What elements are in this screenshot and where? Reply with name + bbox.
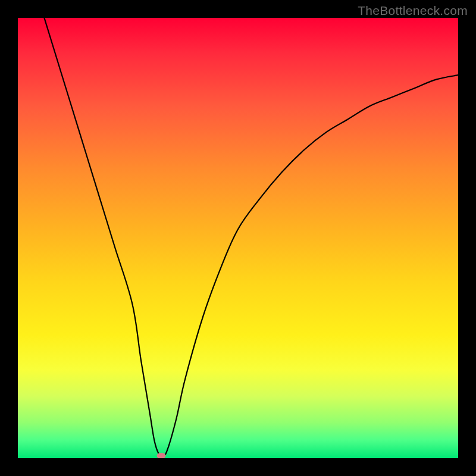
minimum-marker (156, 453, 165, 458)
plot-area (18, 18, 458, 458)
chart-frame: TheBottleneck.com (0, 0, 476, 476)
bottleneck-curve (44, 18, 458, 456)
watermark-text: TheBottleneck.com (358, 4, 468, 18)
curve-svg (18, 18, 458, 458)
